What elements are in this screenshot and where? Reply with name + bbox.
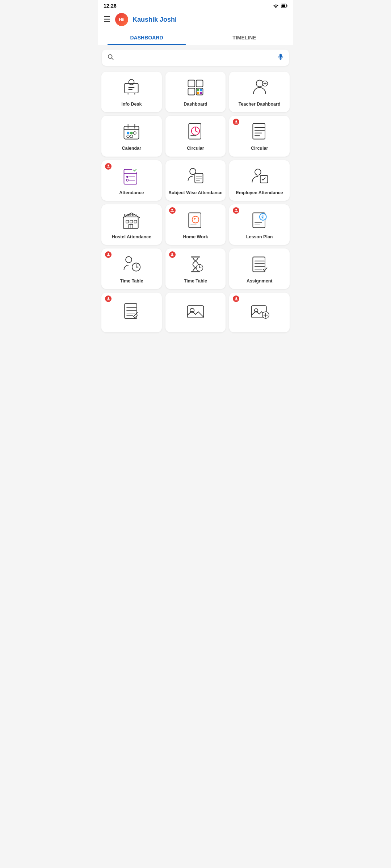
info-desk-icon [121, 77, 142, 98]
dashboard-icon [185, 77, 206, 98]
svg-rect-42 [132, 167, 138, 173]
teacher-dashboard-icon [249, 77, 270, 98]
teacher-dashboard-label: Teacher Dashboard [239, 101, 281, 107]
item-16-badge [105, 295, 112, 302]
svg-rect-2 [282, 5, 285, 7]
svg-rect-15 [197, 92, 199, 94]
mic-icon[interactable] [277, 53, 284, 62]
homework-badge [169, 207, 176, 214]
card-calendar[interactable]: Calendar [101, 116, 162, 156]
card-timetable-1[interactable]: Time Table [101, 248, 162, 289]
card-subject-attendance[interactable]: Subject Wise Attendance [165, 160, 226, 201]
dashboard-label: Dashboard [184, 101, 207, 107]
timetable-2-label: Time Table [184, 278, 207, 284]
tab-dashboard[interactable]: DASHBOARD [98, 30, 196, 45]
app-header: ☰ Hii Kaushik Joshi [98, 10, 293, 30]
svg-point-27 [130, 135, 133, 138]
circular-1-label: Circular [187, 145, 204, 151]
card-lesson-plan[interactable]: Lesson Plan [229, 204, 290, 245]
svg-point-48 [255, 169, 261, 175]
attendance-icon [121, 166, 142, 186]
card-item-16[interactable] [101, 293, 162, 332]
card-dashboard[interactable]: Dashboard [165, 72, 226, 112]
circular-2-icon [249, 122, 270, 142]
lesson-plan-label: Lesson Plan [246, 234, 273, 240]
card-circular-1[interactable]: Circular [165, 116, 226, 156]
svg-point-17 [256, 80, 263, 87]
svg-text:HOSTEL: HOSTEL [124, 213, 138, 217]
item-16-icon [121, 301, 142, 321]
wifi-icon [273, 4, 279, 8]
svg-rect-16 [200, 92, 202, 94]
svg-rect-28 [189, 124, 201, 139]
card-timetable-2[interactable]: Time Table [165, 248, 226, 289]
svg-rect-10 [196, 80, 203, 87]
item-17-icon [185, 301, 206, 321]
subject-attendance-label: Subject Wise Attendance [169, 190, 223, 196]
svg-point-23 [127, 132, 129, 134]
svg-point-26 [127, 135, 129, 138]
item-18-icon [249, 301, 270, 321]
status-bar: 12:26 [98, 0, 293, 10]
tab-timeline[interactable]: TIMELINE [196, 30, 293, 45]
status-icons [273, 4, 287, 8]
calendar-icon [121, 122, 142, 142]
calendar-label: Calendar [122, 145, 142, 151]
timetable-2-icon [185, 254, 206, 275]
attendance-label: Attendance [119, 190, 144, 196]
card-item-17[interactable] [165, 293, 226, 332]
svg-point-87 [255, 309, 258, 312]
timetable-1-icon [121, 254, 142, 275]
assignment-label: Assignment [247, 278, 273, 284]
battery-icon [281, 4, 287, 8]
circular-2-label: Circular [251, 145, 268, 151]
svg-line-4 [112, 58, 113, 59]
svg-rect-9 [188, 80, 195, 87]
search-bar [102, 50, 289, 66]
homework-label: Home Work [183, 234, 208, 240]
svg-rect-1 [287, 5, 287, 7]
search-icon [107, 54, 114, 62]
homework-icon [185, 210, 206, 230]
lesson-plan-icon [249, 210, 270, 230]
attendance-badge [105, 163, 112, 170]
svg-point-8 [129, 80, 134, 85]
svg-rect-52 [130, 220, 133, 223]
svg-rect-53 [134, 220, 137, 223]
card-hostel-attendance[interactable]: HOSTEL Hostel Attendance [101, 204, 162, 245]
hamburger-icon[interactable]: ☰ [104, 15, 111, 24]
card-assignment[interactable]: Assignment [229, 248, 290, 289]
svg-point-24 [130, 132, 133, 134]
hostel-attendance-label: Hostel Attendance [112, 234, 151, 240]
svg-point-38 [126, 176, 129, 178]
timetable-1-label: Time Table [120, 278, 143, 284]
lesson-plan-badge [233, 207, 239, 214]
info-desk-label: Info Desk [121, 101, 142, 107]
search-input[interactable] [117, 55, 274, 61]
svg-point-25 [134, 132, 136, 134]
circular-2-badge [233, 119, 239, 125]
item-18-badge [233, 295, 239, 302]
card-homework[interactable]: Home Work [165, 204, 226, 245]
svg-point-66 [126, 257, 132, 263]
status-time: 12:26 [104, 3, 117, 9]
timetable-2-badge [169, 251, 176, 258]
card-info-desk[interactable]: Info Desk [101, 72, 162, 112]
card-circular-2[interactable]: Circular [229, 116, 290, 156]
svg-point-85 [190, 309, 194, 312]
employee-attendance-label: Employee Attendance [236, 190, 283, 196]
card-item-18[interactable] [229, 293, 290, 332]
assignment-icon [249, 254, 270, 275]
svg-rect-14 [200, 89, 202, 92]
hostel-attendance-icon: HOSTEL [121, 210, 142, 230]
tab-bar: DASHBOARD TIMELINE [98, 30, 293, 45]
svg-point-58 [192, 216, 199, 223]
svg-rect-51 [126, 220, 129, 223]
card-teacher-dashboard[interactable]: Teacher Dashboard [229, 72, 290, 112]
card-employee-attendance[interactable]: Employee Attendance [229, 160, 290, 201]
svg-rect-84 [188, 306, 204, 318]
circular-1-icon [185, 122, 206, 142]
svg-rect-11 [188, 88, 195, 95]
card-attendance[interactable]: Attendance [101, 160, 162, 201]
menu-grid: Info Desk Dashboard [98, 69, 293, 340]
